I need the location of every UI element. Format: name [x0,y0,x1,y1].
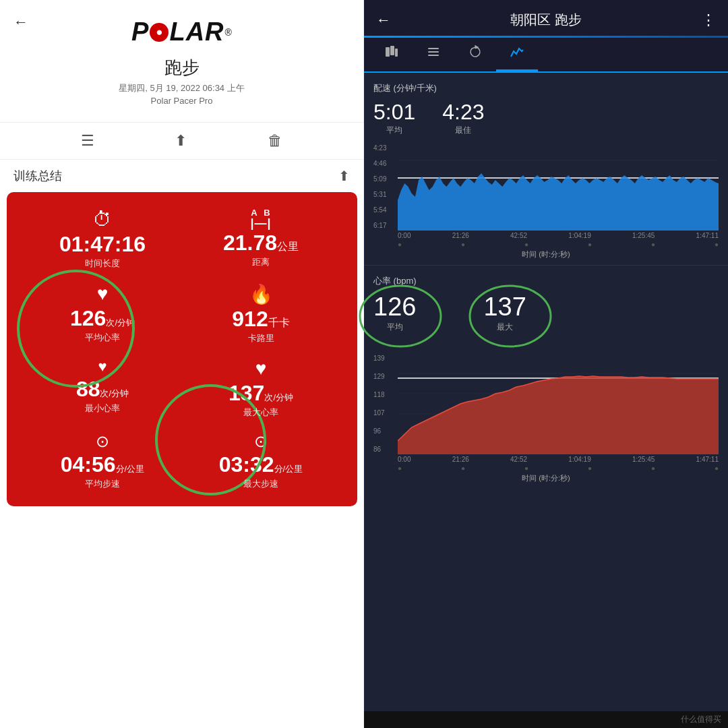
activity-date: 星期四, 5月 19, 2022 06:34 上午 [119,82,244,94]
max-pace-value: 03:32分/公里 [219,454,303,475]
hr-y-labels: 139 129 118 107 96 86 [373,353,398,454]
stats-card: ⏱ 01:47:16 时间长度 A B |—| 21.78公里 距离 ♥ [7,192,357,506]
back-button-left[interactable]: ← [13,13,28,31]
more-menu-button[interactable]: ⋮ [701,11,716,29]
svg-rect-4 [428,51,439,53]
speedometer-icon-max: ⊙ [254,432,268,451]
svg-rect-2 [395,49,398,57]
duration-value: 01:47:16 [59,233,146,255]
activity-title: 跑步 [164,56,200,80]
svg-rect-0 [386,47,390,57]
svg-rect-3 [428,48,439,49]
pace-chart-area: 4:23 4:46 5:09 5:31 5:54 6:17 [373,143,719,231]
hr-avg-value: 126 [373,293,416,322]
bottom-bar: 什么值得买 [364,711,728,728]
watermark: 什么值得买 [681,714,721,725]
hr-axis-label: 时间 (时:分:秒) [373,473,719,483]
max-hr-label: 最大心率 [243,406,278,419]
delete-button[interactable]: 🗑 [268,132,282,150]
svg-rect-5 [428,55,439,56]
stat-avg-pace: ⊙ 04:56分/公里 平均步速 [27,432,179,490]
section-title-bar: 训练总结 ⬆ [0,160,363,192]
svg-rect-1 [390,46,394,55]
stat-avg-hr: ♥ 126次/分钟 平均心率 [27,283,179,344]
pace-section-title: 配速 (分钟/千米) [373,82,719,94]
min-hr-label: 最小心率 [85,402,120,415]
right-title: 朝阳区 跑步 [510,11,582,29]
distance-label: 距离 [252,256,270,268]
tab-bar [364,38,728,73]
avg-hr-value: 126次/分钟 [70,307,135,329]
stat-max-pace: ⊙ 03:32分/公里 最大步速 [185,432,337,490]
hr-chart-section: 心率 (bpm) 126 平均 137 最大 139 [364,266,728,711]
right-panel: ← 朝阳区 跑步 ⋮ 配速 (分钟/千米) 5:01 平均 4:23 [364,0,728,728]
tab-list[interactable] [413,38,454,71]
polar-logo: P ● LAR ® [131,18,232,47]
pace-y-labels: 4:23 4:46 5:09 5:31 5:54 6:17 [373,143,398,231]
heart-icon-avg: ♥ [97,283,109,305]
heart-icon-max: ♥ [255,358,267,380]
pace-avg-label: 平均 [386,125,402,136]
distance-value: 21.78公里 [223,232,299,253]
distance-icon: A B |—| [250,208,271,229]
stats-grid: ⏱ 01:47:16 时间长度 A B |—| 21.78公里 距离 ♥ [27,208,337,490]
hr-x-labels: 0:0021:2642:521:04:191:25:451:47:11 [373,454,719,463]
stat-calories: 🔥 912千卡 卡路里 [185,283,337,344]
fire-icon: 🔥 [249,283,273,305]
stat-duration: ⏱ 01:47:16 时间长度 [27,208,179,270]
pace-chart-section: 配速 (分钟/千米) 5:01 平均 4:23 最佳 4:23 4:46 5:0… [364,73,728,266]
pace-avg-stat: 5:01 平均 [373,100,415,136]
tab-map[interactable] [371,38,413,71]
pace-axis-label: 时间 (时:分:秒) [373,249,719,260]
tab-chart[interactable] [496,38,538,71]
pace-chart-svg-wrap [398,143,719,231]
pace-stats: 5:01 平均 4:23 最佳 [373,100,719,136]
pace-x-labels: 0:0021:2642:521:04:191:25:451:47:11 [373,231,719,239]
left-panel: ← P ● LAR ® 跑步 星期四, 5月 19, 2022 06:34 上午… [0,0,364,728]
hr-max-label: 最大 [497,322,513,333]
export-button[interactable]: ⬆ [338,168,350,184]
hr-avg-stat: 126 平均 [373,293,416,333]
share-button[interactable]: ⬆ [175,132,187,150]
toolbar: ☰ ⬆ 🗑 [0,122,363,160]
heart-icon-min: ♥ [98,358,107,375]
hr-max-stat: 137 最大 [483,293,526,333]
stat-max-hr: ♥ 137次/分钟 最大心率 [185,358,337,419]
tab-refresh[interactable] [454,38,496,71]
avg-pace-label: 平均步速 [85,478,120,490]
list-button[interactable]: ☰ [81,132,94,150]
device-name: Polar Pacer Pro [151,96,213,106]
timer-icon: ⏱ [93,208,112,231]
calories-value: 912千卡 [232,308,289,330]
hr-max-value: 137 [483,293,526,322]
hr-stats: 126 平均 137 最大 [373,293,719,346]
hr-chart-area: 139 129 118 107 96 86 [373,353,719,454]
hr-avg-label: 平均 [387,322,403,333]
min-hr-value: 88次/分钟 [76,378,129,400]
stat-min-hr: ♥ 88次/分钟 最小心率 [27,358,179,419]
max-pace-label: 最大步速 [243,478,278,490]
pace-avg-value: 5:01 [373,100,415,125]
section-title: 训练总结 [13,168,62,184]
avg-pace-value: 04:56分/公里 [61,454,144,475]
hr-section-title: 心率 (bpm) [373,275,719,287]
pace-best-stat: 4:23 最佳 [442,100,484,136]
stat-distance: A B |—| 21.78公里 距离 [185,208,337,270]
duration-label: 时间长度 [85,257,120,270]
pace-best-value: 4:23 [442,100,484,125]
left-header: ← P ● LAR ® 跑步 星期四, 5月 19, 2022 06:34 上午… [0,0,363,113]
right-header: ← 朝阳区 跑步 ⋮ [364,0,728,36]
back-button-right[interactable]: ← [376,11,391,29]
hr-chart-svg-wrap [398,353,719,454]
pace-best-label: 最佳 [455,125,471,136]
speedometer-icon-avg: ⊙ [96,432,109,451]
avg-hr-label: 平均心率 [85,332,120,344]
calories-label: 卡路里 [248,332,274,344]
max-hr-value: 137次/分钟 [229,382,293,404]
